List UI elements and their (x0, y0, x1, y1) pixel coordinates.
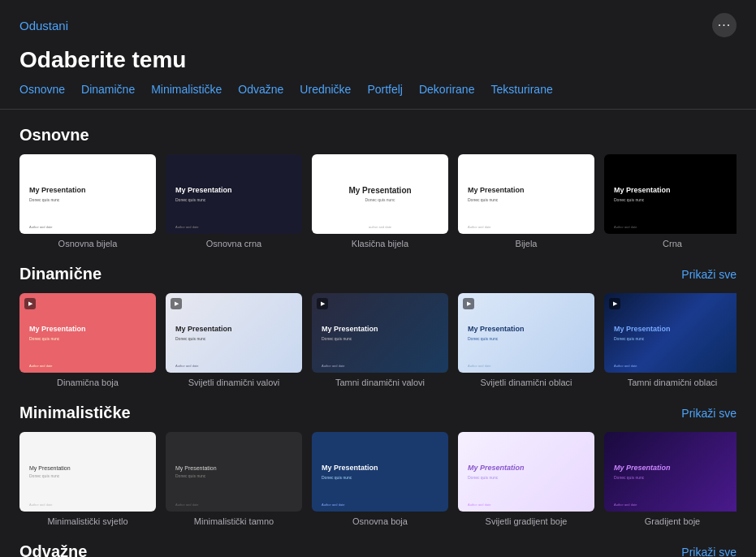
slide-author: author and date (312, 225, 448, 229)
template-label: Osnovna boja (312, 516, 448, 526)
template-card-crna[interactable]: My Presentation Donec quis nunc Author a… (604, 154, 737, 248)
template-card-tamni-valovi[interactable]: ▶ My Presentation Donec quis nunc Author… (312, 293, 448, 387)
slide-author: Author and date (322, 503, 344, 507)
section-title-odvazne: Odvažne (19, 542, 87, 557)
slide-title: My Presentation (614, 325, 671, 335)
play-icon: ▶ (317, 298, 328, 309)
template-label: Klasična bijela (312, 239, 448, 248)
slide-author: Author and date (614, 364, 637, 368)
slide-preview: My Presentation Donec quis nunc author a… (312, 154, 448, 234)
header: Odustani ··· (0, 0, 756, 44)
slide-preview: ▶ My Presentation Donec quis nunc Author… (604, 293, 737, 373)
section-dinamicne: Dinamične Prikaži sve ▶ My Presentation … (19, 265, 737, 387)
slide-title: My Presentation (468, 464, 525, 473)
show-all-minimalisticke-button[interactable]: Prikaži sve (681, 407, 737, 420)
slide-title: My Presentation (175, 325, 232, 335)
template-card-svijetli-valovi[interactable]: ▶ My Presentation Donec quis nunc Author… (166, 293, 302, 387)
template-label: Osnovna crna (166, 239, 302, 248)
template-card-gradient-dark[interactable]: My Presentation Donec quis nunc Author a… (604, 432, 737, 526)
slide-preview: My Presentation Donec quis nunc Author a… (19, 154, 156, 234)
slide-title: My Presentation (322, 325, 378, 335)
template-card-tamni-oblaci[interactable]: ▶ My Presentation Donec quis nunc Author… (604, 293, 737, 387)
slide-subtitle: Donec quis nunc (614, 197, 644, 203)
slide-title: My Presentation (614, 464, 671, 473)
slide-subtitle: Donec quis nunc (29, 197, 59, 203)
template-label: Tamni dinamični oblaci (604, 378, 737, 387)
section-title-osnovne: Osnovne (19, 126, 89, 145)
template-card-klasicna-bijela[interactable]: My Presentation Donec quis nunc author a… (312, 154, 448, 248)
slide-preview: My Presentation Donec quis nunc Author a… (19, 432, 156, 512)
tab-minimalisticke[interactable]: Minimalističke (151, 83, 222, 96)
slide-title: My Presentation (175, 464, 217, 472)
show-all-odvazne-button[interactable]: Prikaži sve (681, 546, 737, 558)
slide-subtitle: Donec quis nunc (175, 473, 205, 479)
slide-subtitle: Donec quis nunc (468, 475, 498, 481)
slide-title: My Presentation (468, 325, 525, 335)
template-thumb-osnovna-crna: My Presentation Donec quis nunc Author a… (166, 154, 302, 234)
slide-author: Author and date (175, 503, 198, 507)
nav-tabs: Osnovne Dinamične Minimalističke Odvažne… (0, 83, 756, 110)
slide-author: Author and date (322, 364, 344, 368)
template-card-bijela[interactable]: My Presentation Donec quis nunc Author a… (458, 154, 594, 248)
play-icon: ▶ (171, 298, 182, 309)
template-thumb-gradient-light: My Presentation Donec quis nunc Author a… (458, 432, 594, 512)
slide-author: Author and date (29, 503, 52, 507)
template-label: Tamni dinamični valovi (312, 378, 448, 387)
tab-portfelj[interactable]: Portfelj (367, 83, 403, 96)
template-thumb-bijela: My Presentation Donec quis nunc Author a… (458, 154, 594, 234)
tab-odvazne[interactable]: Odvažne (238, 83, 283, 96)
tab-osnovne[interactable]: Osnovne (19, 83, 65, 96)
template-grid-dinamicne: ▶ My Presentation Donec quis nunc Author… (19, 293, 737, 387)
slide-preview: My Presentation Donec quis nunc Author a… (604, 432, 737, 512)
template-grid-minimalisticke: My Presentation Donec quis nunc Author a… (19, 432, 737, 526)
slide-subtitle: Donec quis nunc (468, 336, 498, 342)
section-title-minimalisticke: Minimalističke (19, 404, 131, 422)
template-card-min-tamno[interactable]: My Presentation Donec quis nunc Author a… (166, 432, 302, 526)
template-card-min-svjetlo[interactable]: My Presentation Donec quis nunc Author a… (19, 432, 156, 526)
slide-author: Author and date (614, 225, 637, 229)
slide-subtitle: Donec quis nunc (29, 336, 59, 342)
slide-title: My Presentation (614, 186, 671, 196)
tab-teksturirane[interactable]: Teksturirane (490, 83, 552, 96)
slide-subtitle: Donec quis nunc (468, 197, 585, 203)
template-card-dinamicna-boja[interactable]: ▶ My Presentation Donec quis nunc Author… (19, 293, 156, 387)
slide-author: Author and date (468, 225, 490, 229)
slide-title: My Presentation (322, 464, 378, 473)
section-osnovne: Osnovne My Presentation Donec quis nunc … (19, 126, 737, 248)
slide-preview: My Presentation Donec quis nunc Author a… (458, 432, 594, 512)
more-options-button[interactable]: ··· (712, 13, 737, 37)
tab-dinamicne[interactable]: Dinamične (81, 83, 135, 96)
template-thumb-min-svjetlo: My Presentation Donec quis nunc Author a… (19, 432, 156, 512)
play-icon: ▶ (24, 298, 36, 309)
slide-author: Author and date (614, 503, 637, 507)
slide-subtitle: Donec quis nunc (322, 336, 352, 342)
section-header-odvazne: Odvažne Prikaži sve (19, 542, 737, 557)
template-card-gradient-light[interactable]: My Presentation Donec quis nunc Author a… (458, 432, 594, 526)
tab-dekorirane[interactable]: Dekorirane (419, 83, 474, 96)
template-label: Crna (604, 239, 737, 248)
slide-title: My Presentation (29, 186, 86, 196)
slide-preview: My Presentation Donec quis nunc Author a… (458, 154, 594, 234)
template-card-osnovna-boja[interactable]: My Presentation Donec quis nunc Author a… (312, 432, 448, 526)
slide-preview: ▶ My Presentation Donec quis nunc Author… (458, 293, 594, 373)
section-title-dinamicne: Dinamične (19, 265, 102, 283)
template-thumb-min-tamno: My Presentation Donec quis nunc Author a… (166, 432, 302, 512)
play-icon: ▶ (463, 298, 474, 309)
tab-urednicke[interactable]: Uredničke (300, 83, 351, 96)
template-card-osnovna-crna[interactable]: My Presentation Donec quis nunc Author a… (166, 154, 302, 248)
template-grid-osnovne: My Presentation Donec quis nunc Author a… (19, 154, 737, 248)
slide-subtitle: Donec quis nunc (614, 336, 644, 342)
show-all-dinamicne-button[interactable]: Prikaži sve (681, 268, 737, 281)
page-title: Odaberite temu (0, 44, 756, 83)
slide-subtitle: Donec quis nunc (175, 336, 205, 342)
section-header-osnovne: Osnovne (19, 126, 737, 145)
template-card-svijetli-oblaci[interactable]: ▶ My Presentation Donec quis nunc Author… (458, 293, 594, 387)
slide-preview: ▶ My Presentation Donec quis nunc Author… (312, 293, 448, 373)
template-thumb-crna: My Presentation Donec quis nunc Author a… (604, 154, 737, 234)
slide-subtitle: Donec quis nunc (322, 197, 438, 203)
template-card-osnovna-bijela[interactable]: My Presentation Donec quis nunc Author a… (19, 154, 156, 248)
section-odvazne: Odvažne Prikaži sve MY PRESENTATION MYPR… (19, 542, 737, 557)
template-label: Minimalistički tamno (166, 516, 302, 526)
template-thumb-svijetli-valovi: ▶ My Presentation Donec quis nunc Author… (166, 293, 302, 373)
cancel-button[interactable]: Odustani (19, 19, 68, 32)
